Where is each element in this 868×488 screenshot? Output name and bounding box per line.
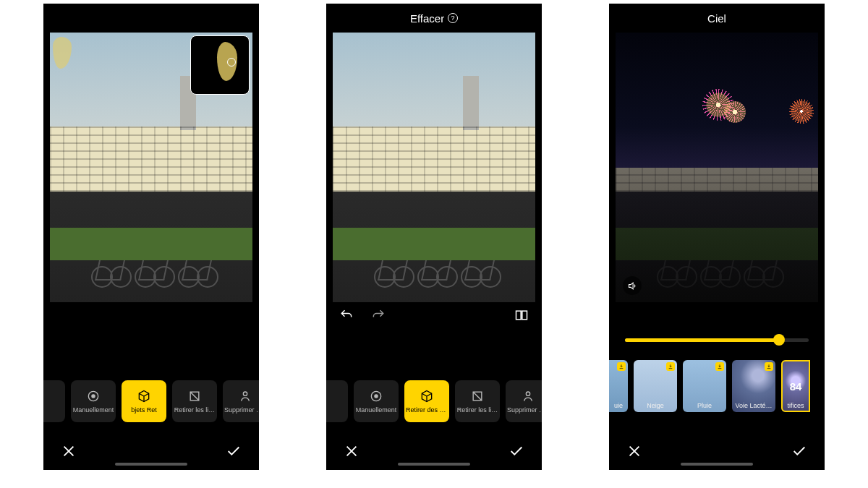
confirm-button[interactable] (790, 442, 809, 461)
home-indicator (398, 463, 470, 466)
svg-point-9 (526, 392, 529, 395)
tool-label: Retirer des ob… (406, 406, 448, 414)
thumb-label: Voie Lacté… (735, 402, 772, 409)
svg-rect-5 (522, 311, 527, 320)
bike-icon (373, 248, 416, 288)
tool-manual[interactable]: Manuellement (354, 380, 399, 422)
tool-remove-lines[interactable]: Retirer les li… (455, 380, 500, 422)
erase-tools: Manuellement Retirer des ob… Retirer les… (326, 380, 542, 422)
home-indicator (681, 463, 753, 466)
download-icon (715, 362, 724, 371)
magnifier (190, 35, 250, 95)
svg-point-7 (375, 395, 378, 398)
person-icon (238, 389, 252, 403)
crop-icon (187, 389, 202, 403)
download-icon (666, 362, 675, 371)
bike-icon (459, 248, 503, 288)
sky-thumb-neige[interactable]: Neige (634, 360, 677, 412)
header: Effacer ? (326, 4, 542, 33)
cube-icon (420, 389, 434, 403)
undo-button[interactable] (338, 307, 355, 324)
header (43, 4, 259, 33)
tool-label: Manuellement (356, 406, 397, 414)
target-icon (369, 389, 383, 403)
photo-canvas[interactable] (333, 33, 535, 302)
tool-label: Retirer les li… (457, 406, 498, 414)
intensity-slider[interactable] (625, 334, 809, 346)
thumb-label: Pluie (697, 402, 712, 409)
erase-tools: Manuellement bjets Ret Retirer les li… S… (43, 380, 259, 422)
person-icon (521, 389, 535, 403)
compare-button[interactable] (513, 307, 530, 324)
canvas-actions (326, 302, 542, 328)
sky-thumb-prev[interactable]: uie (609, 360, 628, 412)
cancel-button[interactable] (342, 442, 361, 461)
cancel-button[interactable] (625, 442, 644, 461)
cancel-button[interactable] (59, 442, 78, 461)
tool-label: bjets Ret (131, 406, 157, 414)
firework-icon (724, 101, 746, 123)
photo-canvas[interactable] (50, 33, 252, 302)
page-title: Ciel (707, 12, 726, 25)
firework-icon (789, 99, 814, 124)
screen-erase-brush: Manuellement bjets Ret Retirer les li… S… (43, 4, 259, 470)
download-icon (765, 362, 773, 371)
bike-icon (133, 248, 176, 288)
page-title: Effacer (410, 12, 444, 25)
tool-label: Retirer les li… (174, 406, 216, 414)
sky-thumb-pluie[interactable]: Pluie (683, 360, 726, 412)
confirm-button[interactable] (507, 442, 526, 461)
sky-thumb-artifices[interactable]: 84 tifices (781, 360, 810, 412)
tool-remove-lines[interactable]: Retirer les li… (172, 380, 217, 422)
redo-button[interactable] (370, 307, 387, 324)
bike-icon (176, 248, 220, 288)
tool-remove-objects[interactable]: Retirer des ob… (404, 380, 449, 422)
tool-remove-people[interactable]: Supprimer d… (223, 380, 259, 422)
screen-sky: Ciel uie Neige (609, 4, 825, 470)
tool-remove-objects[interactable]: bjets Ret (122, 380, 166, 422)
tool-prev[interactable] (326, 380, 348, 422)
tool-prev[interactable] (43, 380, 65, 422)
svg-rect-4 (516, 311, 522, 320)
svg-point-3 (243, 392, 247, 395)
night-overlay (616, 33, 818, 302)
thumb-value: 84 (781, 360, 810, 412)
sky-presets: uie Neige Pluie Voie Lacté… 84 tifices (609, 360, 825, 412)
crop-icon (470, 389, 485, 403)
svg-point-1 (92, 395, 95, 398)
help-icon[interactable]: ? (448, 13, 458, 23)
home-indicator (115, 463, 187, 466)
tool-label: Supprimer d… (507, 406, 542, 414)
target-icon (86, 389, 101, 403)
bike-icon (416, 248, 459, 288)
cube-icon (137, 389, 151, 403)
screen-erase-result: Effacer ? Manuellement Retirer des ob… (326, 4, 542, 470)
thumb-label: Neige (647, 402, 664, 409)
sound-toggle[interactable] (623, 276, 642, 295)
photo-canvas[interactable] (616, 33, 818, 302)
tool-manual[interactable]: Manuellement (71, 380, 116, 422)
download-icon (617, 362, 626, 371)
thumb-label: uie (614, 402, 623, 409)
bike-icon (90, 248, 133, 288)
tool-label: Manuellement (73, 406, 114, 414)
header: Ciel (609, 4, 825, 33)
tool-label: Supprimer d… (224, 406, 259, 414)
sky-thumb-voie-lactee[interactable]: Voie Lacté… (732, 360, 775, 412)
confirm-button[interactable] (224, 442, 243, 461)
tool-remove-people[interactable]: Supprimer d… (506, 380, 542, 422)
